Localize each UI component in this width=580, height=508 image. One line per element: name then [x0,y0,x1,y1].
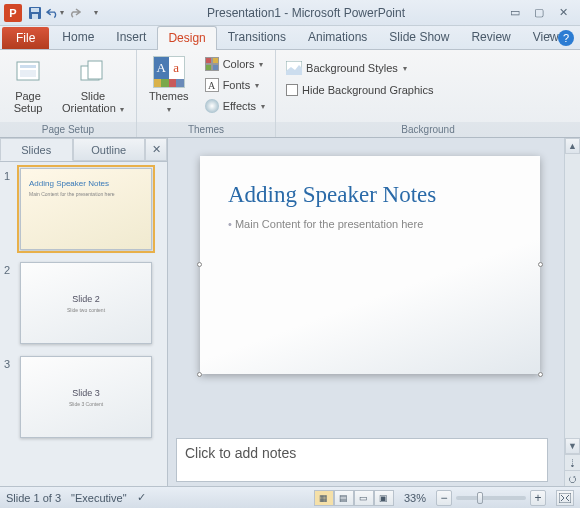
slide-canvas[interactable]: Adding Speaker Notes Main Content for th… [200,156,540,374]
thumb-number: 1 [4,168,16,250]
ribbon-tabs: File Home Insert Design Transitions Anim… [0,26,580,50]
notes-pane[interactable]: Click to add notes [176,438,548,482]
resize-handle[interactable] [538,372,543,377]
zoom-in-button[interactable]: + [530,490,546,506]
slide-thumbnail-1[interactable]: Adding Speaker Notes Main Content for th… [20,168,152,250]
file-tab[interactable]: File [2,27,49,49]
qat-customize-icon[interactable]: ▾ [86,4,104,22]
svg-rect-9 [559,493,571,503]
tab-animations[interactable]: Animations [297,25,378,49]
close-button[interactable]: ✕ [556,6,570,20]
reading-view-button[interactable]: ▭ [354,490,374,506]
thumb-number: 2 [4,262,16,344]
themes-button[interactable]: Aa Themes▾ [143,54,195,118]
zoom-thumb[interactable] [477,492,483,504]
tab-review[interactable]: Review [460,25,521,49]
slide-thumbnail-2[interactable]: Slide 2 Slide two content [20,262,152,344]
undo-icon[interactable]: ▾ [46,4,64,22]
orientation-label: Slide Orientation [62,90,116,114]
thumbnail-row: 3 Slide 3 Slide 3 Content [4,356,163,438]
tab-design[interactable]: Design [157,26,216,50]
view-buttons: ▦ ▤ ▭ ▣ [314,490,394,506]
title-bar: P ▾ ▾ Presentation1 - Microsoft PowerPoi… [0,0,580,26]
tab-slideshow[interactable]: Slide Show [378,25,460,49]
window-title: Presentation1 - Microsoft PowerPoint [104,6,508,20]
slide-orientation-button[interactable]: Slide Orientation ▾ [56,54,130,118]
help-icon[interactable]: ? [558,30,574,46]
thumb-title: Slide 2 [72,294,100,304]
group-background: Background Styles ▾ Hide Background Grap… [276,50,580,137]
workspace: Slides Outline ✕ 1 Adding Speaker Notes … [0,138,580,486]
theme-name: "Executive" [71,492,127,504]
colors-button[interactable]: Colors ▾ [201,54,269,74]
thumb-number: 3 [4,356,16,438]
spellcheck-icon[interactable]: ✓ [137,491,146,504]
thumbnail-row: 1 Adding Speaker Notes Main Content for … [4,168,163,250]
bg-styles-label: Background Styles [306,62,398,74]
status-bar: Slide 1 of 3 "Executive" ✓ ▦ ▤ ▭ ▣ 33% −… [0,486,580,508]
svg-rect-1 [31,8,39,12]
slide-thumbnail-3[interactable]: Slide 3 Slide 3 Content [20,356,152,438]
minimize-button[interactable]: ▭ [508,6,522,20]
group-themes: Aa Themes▾ Colors ▾ AFonts ▾ Effects ▾ T… [137,50,276,137]
scroll-track[interactable] [565,154,580,438]
outline-tab[interactable]: Outline [73,138,146,161]
minimize-ribbon-icon[interactable]: ˄ [547,33,552,44]
slides-tab[interactable]: Slides [0,138,73,161]
zoom-percent[interactable]: 33% [404,492,426,504]
fonts-button[interactable]: AFonts ▾ [201,75,269,95]
thumb-body: Slide 3 Content [69,401,103,407]
resize-handle[interactable] [538,262,543,267]
zoom-slider[interactable] [456,496,526,500]
prev-slide-icon[interactable]: ⭭ [565,454,580,470]
scroll-down-icon[interactable]: ▼ [565,438,580,454]
tab-transitions[interactable]: Transitions [217,25,297,49]
effects-button[interactable]: Effects ▾ [201,96,269,116]
thumb-title: Adding Speaker Notes [29,179,143,188]
redo-icon[interactable] [66,4,84,22]
slide-counter: Slide 1 of 3 [6,492,61,504]
group-page-setup: Page Setup Slide Orientation ▾ Page Setu… [0,50,137,137]
resize-handle[interactable] [197,372,202,377]
themes-label: Themes [149,90,189,102]
thumb-body: Slide two content [67,307,105,313]
ribbon: Page Setup Slide Orientation ▾ Page Setu… [0,50,580,138]
svg-rect-2 [32,14,38,19]
maximize-button[interactable]: ▢ [532,6,546,20]
thumb-title: Slide 3 [72,388,100,398]
hide-bg-label: Hide Background Graphics [302,84,433,96]
colors-label: Colors [223,58,255,70]
app-icon: P [4,4,22,22]
quick-access-toolbar: ▾ ▾ [26,4,104,22]
group-label-background: Background [276,122,580,137]
zoom-out-button[interactable]: − [436,490,452,506]
svg-rect-7 [88,61,102,79]
slides-panel: Slides Outline ✕ 1 Adding Speaker Notes … [0,138,168,486]
panel-close-icon[interactable]: ✕ [145,138,167,161]
fonts-label: Fonts [223,79,251,91]
page-setup-button[interactable]: Page Setup [6,54,50,116]
group-label-page-setup: Page Setup [0,122,136,137]
next-slide-icon[interactable]: ⭯ [565,470,580,486]
sorter-view-button[interactable]: ▤ [334,490,354,506]
group-label-themes: Themes [137,122,275,137]
vertical-scrollbar[interactable]: ▲ ▼ ⭭ ⭯ [564,138,580,486]
resize-handle[interactable] [197,262,202,267]
effects-label: Effects [223,100,256,112]
tab-home[interactable]: Home [51,25,105,49]
svg-rect-5 [20,70,36,77]
hide-bg-graphics-checkbox[interactable]: Hide Background Graphics [282,80,437,100]
tab-insert[interactable]: Insert [105,25,157,49]
background-styles-button[interactable]: Background Styles ▾ [282,58,411,78]
normal-view-button[interactable]: ▦ [314,490,334,506]
fit-to-window-button[interactable] [556,490,574,506]
slideshow-view-button[interactable]: ▣ [374,490,394,506]
save-icon[interactable] [26,4,44,22]
checkbox-icon [286,84,298,96]
scroll-up-icon[interactable]: ▲ [565,138,580,154]
svg-rect-4 [20,65,36,68]
page-setup-label: Page Setup [14,90,43,114]
slide-body[interactable]: Main Content for the presentation here [228,218,512,230]
thumb-body: Main Content for the presentation here [29,191,143,197]
slide-title[interactable]: Adding Speaker Notes [228,182,512,208]
